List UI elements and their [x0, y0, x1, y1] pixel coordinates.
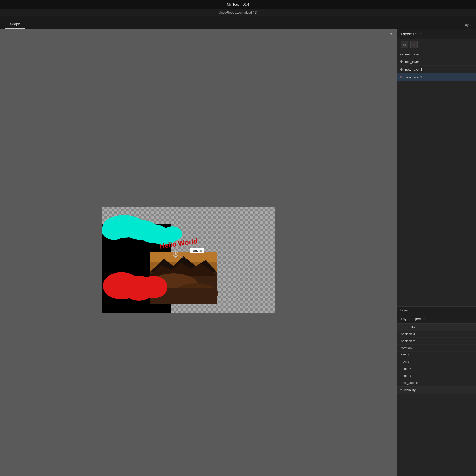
layer-name-3: new_layer 2 — [405, 75, 422, 79]
inspector-row-scale-y: scale Y — [397, 372, 476, 379]
layers-panel-header: Layers Panel — [397, 29, 476, 39]
inspector-row-size-y: size Y — [397, 358, 476, 365]
layers-list: ⚙ new_layer ⚙ text_layer ⚙ new_layer 1 ✏… — [397, 50, 476, 145]
delete-layer-btn[interactable]: ✕ — [410, 41, 418, 48]
canvas-dropdown-btn[interactable]: ▾ — [388, 31, 394, 37]
layer-item-new-layer[interactable]: ⚙ new_layer — [397, 50, 476, 58]
tab-bar: Graph Lay... — [0, 16, 476, 29]
title-bar: My Touch v0.4 — [0, 0, 476, 9]
layer-name-2: new_layer 1 — [405, 68, 422, 71]
layer-gear-icon-2: ⚙ — [400, 67, 403, 71]
notification-text: Undo/Redo action added (:1) — [219, 11, 257, 14]
inspector-row-rotation: rotation — [397, 345, 476, 352]
layer-item-new-layer-2[interactable]: ✏ new_layer 2 — [397, 73, 476, 81]
position-y-label: position Y — [401, 339, 450, 343]
layer-inspector-tab-label: Layer... — [400, 308, 411, 312]
visibility-label: Visibility — [404, 388, 416, 392]
scale-x-label: scale X — [401, 367, 450, 371]
rotation-label: rotation — [401, 346, 450, 350]
layer-paint-icon-3: ✏ — [400, 75, 403, 79]
visibility-chevron: ▼ — [400, 389, 402, 391]
visibility-section-header[interactable]: ▼ Visibility — [397, 387, 476, 394]
lock-aspect-label: lock_aspect — [401, 381, 450, 385]
inspector-row-position-x: position X — [397, 331, 476, 338]
canvas-label[interactable]: canvas — [190, 248, 204, 253]
inspector-row-lock-aspect: lock_aspect — [397, 379, 476, 386]
size-y-label: size Y — [401, 360, 450, 364]
canvas-area: ▾ — [0, 29, 397, 476]
inspector-row-size-x: size X — [397, 352, 476, 358]
layers-toolbar: ⧉ ✕ — [397, 39, 476, 50]
tab-layers-partial[interactable]: Lay... — [463, 23, 471, 27]
layer-inspector-header: Layer Inspector — [397, 314, 476, 324]
layer-item-text-layer[interactable]: ⚙ text_layer — [397, 58, 476, 66]
tab-graph[interactable]: Graph — [5, 20, 25, 29]
notification-bar: Undo/Redo action added (:1) — [0, 9, 476, 16]
visibility-section: ▼ Visibility — [397, 387, 476, 394]
layer-inspector: Layer Inspector ▼ Transform position X p… — [397, 314, 476, 476]
svg-point-13 — [162, 226, 182, 241]
app-title: My Touch v0.4 — [227, 2, 249, 6]
position-x-label: position X — [401, 332, 450, 336]
inspector-row-scale-x: scale X — [397, 365, 476, 372]
size-x-label: size X — [401, 353, 450, 357]
canvas-container: Hello World canvas — [102, 207, 275, 313]
duplicate-layer-btn[interactable]: ⧉ — [401, 41, 408, 48]
right-panel: Layers Panel ⧉ ✕ ⚙ new_layer ⚙ text_laye… — [397, 29, 476, 476]
layer-item-new-layer-1[interactable]: ⚙ new_layer 1 — [397, 66, 476, 73]
svg-point-21 — [175, 253, 177, 255]
panel-divider: Layer... — [397, 306, 476, 314]
layer-name-1: text_layer — [405, 60, 419, 64]
main-layout: ▾ — [0, 29, 476, 476]
scale-y-label: scale Y — [401, 374, 450, 378]
layer-gear-icon-1: ⚙ — [400, 60, 403, 64]
layer-gear-icon-0: ⚙ — [400, 52, 403, 56]
transform-label: Transform — [404, 325, 418, 329]
transform-section-header[interactable]: ▼ Transform — [397, 324, 476, 331]
layer-name-0: new_layer — [405, 52, 420, 56]
transform-chevron: ▼ — [400, 326, 402, 328]
layers-spacer — [397, 145, 476, 306]
svg-point-14 — [102, 220, 126, 240]
inspector-row-position-y: position Y — [397, 338, 476, 345]
canvas-svg: Hello World — [102, 207, 275, 313]
transform-section: ▼ Transform position X position Y rotati… — [397, 324, 476, 387]
svg-point-17 — [140, 276, 167, 298]
